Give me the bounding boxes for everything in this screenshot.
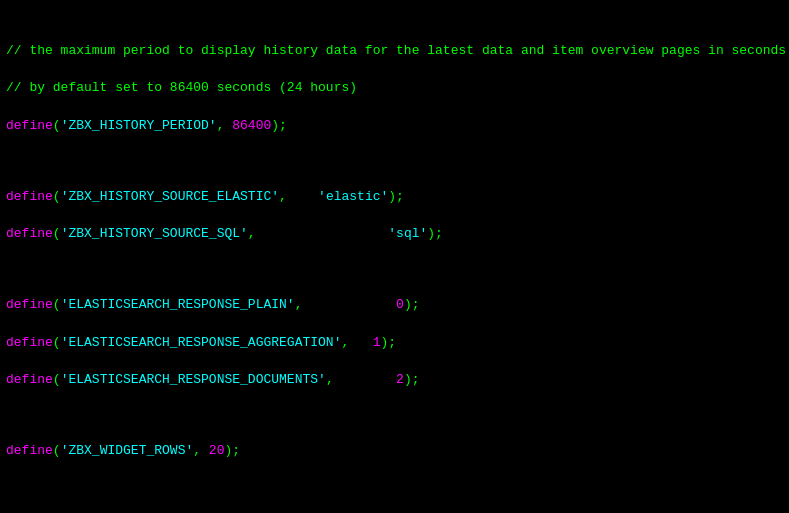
line-5: define('ZBX_HISTORY_SOURCE_ELASTIC', 'el…	[6, 188, 783, 207]
line-9: define('ELASTICSEARCH_RESPONSE_AGGREGATI…	[6, 334, 783, 353]
line-1: // the maximum period to display history…	[6, 42, 783, 61]
line-blank-4	[6, 479, 783, 493]
line-6: define('ZBX_HISTORY_SOURCE_SQL', 'sql');	[6, 225, 783, 244]
line-blank-1	[6, 155, 783, 169]
line-12: define('ZBX_WIDGET_ROWS', 20);	[6, 442, 783, 461]
line-10: define('ELASTICSEARCH_RESPONSE_DOCUMENTS…	[6, 371, 783, 390]
code-editor: // the maximum period to display history…	[0, 0, 789, 513]
line-2: // by default set to 86400 seconds (24 h…	[6, 79, 783, 98]
line-blank-3	[6, 409, 783, 423]
line-blank-2	[6, 263, 783, 277]
line-3: define('ZBX_HISTORY_PERIOD', 86400);	[6, 117, 783, 136]
line-8: define('ELASTICSEARCH_RESPONSE_PLAIN', 0…	[6, 296, 783, 315]
